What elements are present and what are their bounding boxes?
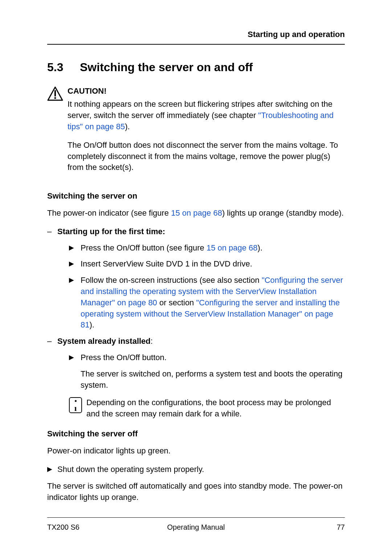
dash-mark: –	[47, 336, 52, 347]
triangle-bullet-icon: ▶	[69, 243, 74, 252]
installed-label: System already installed	[57, 337, 151, 346]
switch-off-intro: Power-on indicator lights up green.	[47, 445, 345, 457]
running-head: Starting up and operation	[47, 29, 345, 45]
link-figure-15b[interactable]: 15 on page 68	[207, 243, 258, 252]
caution-p2: The On/Off button does not disconnect th…	[68, 140, 345, 173]
first-time-label: Starting up for the first time:	[57, 227, 165, 236]
footer-page-number: 77	[337, 522, 345, 532]
caution-p1: It nothing appears on the screen but fli…	[68, 99, 345, 132]
info-block: ı Depending on the configurations, the b…	[47, 397, 345, 420]
list-first-time: – Starting up for the first time:	[47, 226, 345, 237]
page-content: Starting up and operation 5.3Switching t…	[0, 0, 392, 532]
section-heading: 5.3Switching the server on and off	[47, 59, 345, 76]
caution-icon	[47, 86, 68, 181]
step-press-onoff: ▶ Press the On/Off button (see figure 15…	[47, 243, 345, 254]
list-already-installed: – System already installed:	[47, 336, 345, 347]
heading-switch-on: Switching the server on	[47, 191, 345, 202]
footer-left: TX200 S6	[47, 522, 79, 532]
svg-point-2	[54, 97, 56, 99]
info-icon: ı	[69, 397, 86, 420]
switch-off-result: The server is switched off automatically…	[47, 481, 345, 503]
caution-label: CAUTION!	[68, 86, 345, 97]
caution-content: CAUTION! It nothing appears on the scree…	[68, 86, 345, 181]
dash-mark: –	[47, 226, 52, 237]
section-number: 5.3	[47, 59, 80, 76]
triangle-bullet-icon: ▶	[69, 259, 74, 268]
step-insert-dvd: ▶ Insert ServerView Suite DVD 1 in the D…	[47, 258, 345, 270]
step-follow-instructions: ▶ Follow the on-screen instructions (see…	[47, 275, 345, 331]
link-figure-15a[interactable]: 15 on page 68	[171, 208, 222, 217]
triangle-bullet-icon: ▶	[47, 465, 52, 474]
step-shutdown-os: ▶ Shut down the operating system properl…	[47, 464, 345, 475]
info-text: Depending on the configurations, the boo…	[86, 397, 345, 420]
triangle-bullet-icon: ▶	[69, 276, 74, 285]
heading-switch-off: Switching the server off	[47, 428, 345, 440]
triangle-bullet-icon: ▶	[69, 353, 74, 362]
section-title-text: Switching the server on and off	[80, 61, 253, 74]
caution-block: CAUTION! It nothing appears on the scree…	[47, 86, 345, 181]
page-footer: TX200 S6 Operating Manual 77	[47, 517, 345, 532]
switch-on-intro: The power-on indicator (see figure 15 on…	[47, 208, 345, 219]
footer-center: Operating Manual	[47, 522, 345, 532]
installed-result: The server is switched on, performs a sy…	[47, 368, 345, 391]
step-press-onoff-2: ▶ Press the On/Off button.	[47, 352, 345, 363]
